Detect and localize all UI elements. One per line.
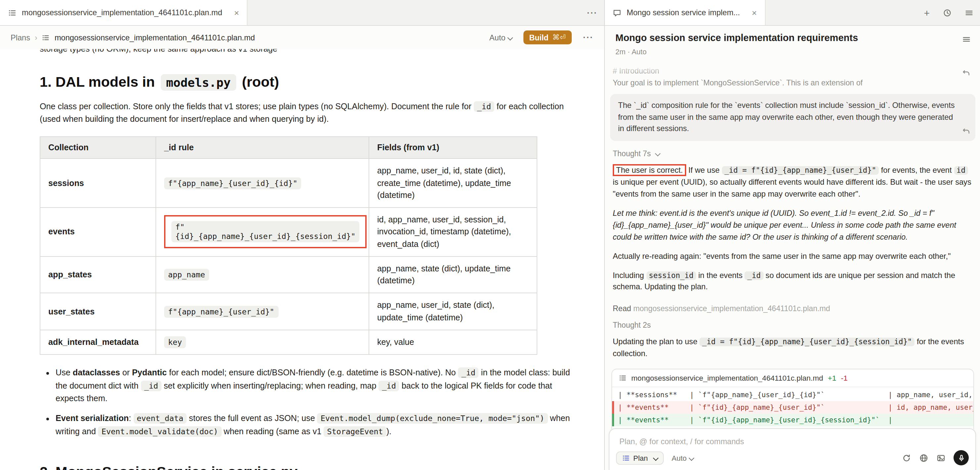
user-message-text: The `_id` composition rule for the `even… [618,100,955,133]
cell-id-rule: key [156,330,369,355]
markdown-document[interactable]: storage types (no ORM); keep the same ap… [0,49,604,470]
assistant-paragraph-4: Including session_id in the events _id s… [613,270,973,293]
thread-scroll-area[interactable]: # Introduction Your goal is to implement… [610,65,975,429]
composer-toolbar: Plan Auto [616,450,969,465]
diff-body: | **sessions** | `f"{app_name}_{user_id}… [612,387,974,429]
top-fade-overlay [610,65,975,75]
close-icon[interactable]: × [752,8,757,18]
thread-header: Mongo session service implementation req… [605,26,980,56]
cell-collection: adk_internal_metadata [40,330,156,355]
history-button[interactable] [936,8,958,17]
chevron-down-icon [689,455,694,461]
image-icon[interactable] [936,453,946,462]
refresh-icon[interactable] [902,453,911,462]
scrolled-line-2: Your goal is to implement `MongoSessionS… [613,77,973,89]
diff-card-header[interactable]: mongosessionservice_implementation_46411… [612,370,974,387]
undo-icon [961,69,970,78]
clipped-scrolled-line: storage types (no ORM); keep the same ap… [40,49,571,57]
note-event-serialization: Event serialization: event_data stores t… [56,413,571,438]
cell-fields: app_name, user_id, state (dict), update_… [369,293,537,330]
plus-icon: + [924,7,930,18]
col-header-collection: Collection [40,137,156,159]
annotation-red-box: f" {id}_{app_name}_{user_id}_{session_id… [164,215,367,249]
plan-file-icon [8,8,16,17]
agent-thread-tab[interactable]: Mongo session service implem... × [605,0,765,25]
chevron-down-icon [653,455,659,461]
mode-label: Plan [633,454,648,462]
menu-icon [965,8,974,17]
diff-file-name: mongosessionservice_implementation_46411… [631,374,823,382]
breadcrumb-separator: › [35,33,37,42]
toolbar-more-icon[interactable]: ··· [576,32,593,42]
col-header-fields: Fields (from v1) [369,137,537,159]
clipped-next-heading: 2. MongoSessionService in service.py [40,464,298,470]
agent-tab-title: Mongo session service implem... [627,8,740,17]
assistant-paragraph-5: Updating the plan to use _id = f"{id}_{a… [613,337,973,360]
agent-panel: Mongo session service implem... × + Mong [605,0,980,470]
tool-verb: Read [613,304,631,313]
plan-icon [622,454,630,462]
cell-collection: user_states [40,293,156,330]
app-window: mongosessionservice_implementation_46411… [0,0,980,470]
globe-icon[interactable] [919,453,928,462]
panel-menu-button[interactable] [958,8,980,17]
model-selector[interactable]: Auto [671,454,693,462]
thread-title: Mongo session service implementation req… [616,32,969,43]
tool-file: mongosessionservice_implementation_46411… [633,304,830,313]
cell-id-rule: app_name [156,257,369,293]
message-composer: Plan Auto [609,428,976,470]
thread-options-icon[interactable] [962,35,971,44]
clock-icon [943,8,951,17]
note-dataclasses: Use dataclasses or Pydantic for each mod… [56,367,571,406]
table-row: sessions f"{app_name}_{user_id}_{id}" ap… [40,159,537,208]
table-row: app_states app_name app_name, state (dic… [40,257,537,293]
heading-inline-code: models.py [161,74,236,91]
thought-toggle-2[interactable]: Thought 2s [613,321,973,329]
assistant-paragraph-3: Actually re-reading again: "events from … [613,250,973,263]
restore-checkpoint-button[interactable] [961,127,970,136]
cell-id-rule: f"{app_name}_{user_id}" [156,293,369,330]
breadcrumb-root[interactable]: Plans [11,33,30,42]
close-icon[interactable]: × [234,8,239,18]
editor-more-icon[interactable]: ··· [580,0,604,25]
notes-list: Use dataclasses or Pydantic for each mod… [40,367,571,438]
new-thread-button[interactable]: + [917,7,936,18]
build-button[interactable]: Build ⌘⏎ [523,30,572,45]
model-label: Auto [671,454,687,462]
build-shortcut: ⌘⏎ [552,33,566,42]
scrolled-user-message: # Introduction Your goal is to implement… [610,65,975,89]
section-heading-1: 1. DAL models in models.py (root) [40,74,571,91]
composer-input[interactable] [618,436,969,447]
editor-tab-plan-file[interactable]: mongosessionservice_implementation_46411… [0,0,248,25]
voice-input-button[interactable] [953,450,969,465]
plan-file-icon [42,33,50,41]
diff-removed-count: -1 [841,374,848,382]
mode-selector[interactable]: Plan [616,451,664,464]
restore-checkpoint-button[interactable] [961,69,970,78]
cell-fields: app_name, state (dict), update_time (dat… [369,257,537,293]
cell-fields: key, value [369,330,537,355]
chevron-down-icon [655,151,660,156]
thread-meta: 2m · Auto [616,48,969,56]
table-header-row: Collection _id rule Fields (from v1) [40,137,537,159]
thought-toggle-1[interactable]: Thought 7s [613,150,973,158]
diff-line-context: | **sessions** | `f"{app_name}_{user_id}… [612,389,974,401]
cell-id-rule: f" {id}_{app_name}_{user_id}_{session_id… [156,207,369,257]
editor-tab-title: mongosessionservice_implementation_46411… [22,8,222,17]
undo-icon [961,127,970,136]
breadcrumb-file[interactable]: mongosessionservice_implementation_46411… [54,33,255,42]
diff-added-count: +1 [828,374,837,382]
intro-paragraph: One class per collection. Store only the… [40,100,571,126]
assistant-paragraph-1: The user is correct. If we use _id = f"{… [613,165,973,201]
plan-file-icon [619,374,627,382]
user-message-card: The `_id` composition rule for the `even… [610,94,975,141]
diff-card: mongosessionservice_implementation_46411… [611,369,974,429]
mic-icon [957,454,965,462]
cell-fields: id, app_name, user_id, session_id, invoc… [369,207,537,257]
diff-line-added: | **events** | `f"{id}_{app_name}_{user_… [612,414,974,426]
chat-bubble-icon [613,8,621,17]
diff-line-deleted: | **events** | `f"{id}_{app_name}_{user_… [612,401,974,414]
cell-collection: app_states [40,257,156,293]
tool-read-line[interactable]: Read mongosessionservice_implementation_… [613,304,973,313]
profile-selector[interactable]: Auto [489,33,512,42]
